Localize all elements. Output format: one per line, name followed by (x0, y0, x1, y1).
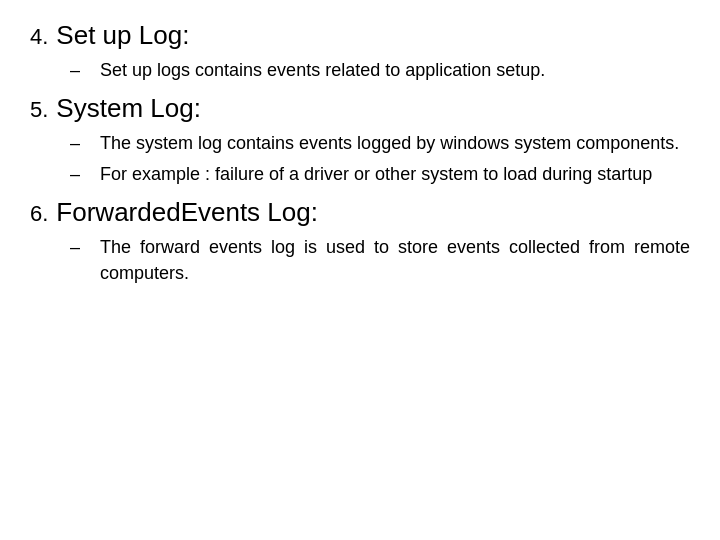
bullet-text: For example : failure of a driver or oth… (100, 161, 690, 187)
dash-icon: – (70, 161, 94, 187)
bullet-text: Set up logs contains events related to a… (100, 57, 690, 83)
list-item: – Set up logs contains events related to… (70, 57, 690, 83)
dash-icon: – (70, 57, 94, 83)
bullet-text: The system log contains events logged by… (100, 130, 690, 156)
section-4-number: 4. (30, 24, 48, 50)
slide-content: 4. Set up Log: – Set up logs contains ev… (0, 0, 720, 540)
section-6-title: ForwardedEvents Log: (56, 197, 318, 228)
section-6-number: 6. (30, 201, 48, 227)
section-4-heading: 4. Set up Log: (30, 20, 690, 51)
section-5-number: 5. (30, 97, 48, 123)
dash-icon: – (70, 130, 94, 156)
section-6-heading: 6. ForwardedEvents Log: (30, 197, 690, 228)
dash-icon: – (70, 234, 94, 260)
section-4: 4. Set up Log: – Set up logs contains ev… (30, 20, 690, 83)
section-4-bullets: – Set up logs contains events related to… (70, 57, 690, 83)
list-item: – For example : failure of a driver or o… (70, 161, 690, 187)
section-5-bullets: – The system log contains events logged … (70, 130, 690, 187)
section-6: 6. ForwardedEvents Log: – The forward ev… (30, 197, 690, 286)
section-5-title: System Log: (56, 93, 201, 124)
section-6-bullets: – The forward events log is used to stor… (70, 234, 690, 286)
section-5-heading: 5. System Log: (30, 93, 690, 124)
bullet-text: The forward events log is used to store … (100, 234, 690, 286)
section-4-title: Set up Log: (56, 20, 189, 51)
list-item: – The system log contains events logged … (70, 130, 690, 156)
list-item: – The forward events log is used to stor… (70, 234, 690, 286)
section-5: 5. System Log: – The system log contains… (30, 93, 690, 187)
